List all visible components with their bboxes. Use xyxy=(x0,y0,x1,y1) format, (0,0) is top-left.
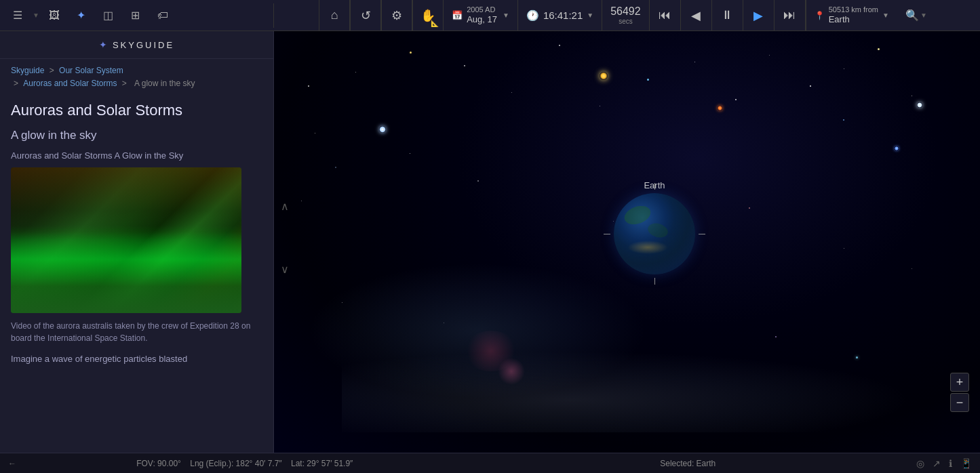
star-s3 xyxy=(301,201,302,201)
earth-city-lights xyxy=(627,241,668,254)
panel-toggle-button[interactable]: ← xyxy=(8,459,16,468)
breadcrumb-sep-2: > xyxy=(14,79,20,88)
star-10 xyxy=(735,99,737,100)
star-3 xyxy=(410,52,412,54)
sparkle-button[interactable]: ✦ xyxy=(69,3,94,28)
location-distance: 50513 km from xyxy=(829,5,878,14)
star-14 xyxy=(878,48,880,50)
star-4 xyxy=(464,65,465,66)
star-s5 xyxy=(477,180,479,182)
refresh-button[interactable]: ↺ xyxy=(350,0,381,31)
article-title: Auroras and Solar Storms xyxy=(11,101,262,121)
skip-forward-icon: ⏭ xyxy=(783,8,796,22)
skip-forward-button[interactable]: ⏭ xyxy=(775,0,806,31)
milky-way xyxy=(342,351,912,432)
zoom-in-button[interactable]: + xyxy=(950,373,969,392)
star-s2 xyxy=(335,167,336,168)
star-7 xyxy=(600,106,600,106)
date-day: Aug, 17 xyxy=(467,14,497,25)
layers-button[interactable]: ◫ xyxy=(96,3,121,28)
star-11 xyxy=(769,55,770,56)
status-icon-bar: ◎ ↗ ℹ 📱 xyxy=(916,458,972,469)
time-dropdown[interactable]: ▼ xyxy=(587,12,593,19)
breadcrumb-skyguide[interactable]: Skyguide xyxy=(11,66,44,75)
breadcrumb-auroras[interactable]: Auroras and Solar Storms xyxy=(23,79,117,88)
settings-icon: ⚙ xyxy=(391,8,402,23)
search-icon: 🔍 xyxy=(905,9,919,22)
secs-label: secs xyxy=(619,18,633,25)
play-button[interactable]: ▶ xyxy=(743,0,775,31)
bookmark-icon: 🏷 xyxy=(157,9,168,22)
star-s14 xyxy=(775,336,777,337)
toolbar-left: ☰ ▼ 🖼 ✦ ◫ ⊞ 🏷 xyxy=(0,3,274,28)
info-status-icon[interactable]: ℹ xyxy=(949,458,952,469)
share-status-icon[interactable]: ↗ xyxy=(933,458,941,469)
skyguide-logo-icon: ✦ xyxy=(99,39,107,50)
breadcrumb-sep-1: > xyxy=(50,66,56,75)
bright-star-right xyxy=(917,102,922,108)
sky-nav-up-button[interactable]: ∧ xyxy=(281,200,289,213)
location-section: 📍 50513 km from Earth ▼ xyxy=(806,0,897,31)
ruler-icon: 📐 xyxy=(431,20,439,27)
star-s11 xyxy=(843,119,844,121)
home-icon: ⌂ xyxy=(331,8,338,22)
earth-wrapper xyxy=(614,193,695,274)
date-year: 2005 AD xyxy=(467,5,497,14)
left-panel: ✦ SKYGUIDE Skyguide > Our Solar System >… xyxy=(0,31,274,453)
bookmark-button[interactable]: 🏷 xyxy=(151,3,175,28)
layers-icon: ◫ xyxy=(103,9,113,22)
menu-button[interactable]: ☰ xyxy=(5,3,30,28)
zoom-out-button[interactable]: − xyxy=(950,393,969,412)
skip-back-button[interactable]: ⏮ xyxy=(650,0,681,31)
sky-nav-down-button[interactable]: ∨ xyxy=(281,263,289,276)
star-8 xyxy=(647,79,649,81)
article-section-title: Auroras and Solar Storms A Glow in the S… xyxy=(11,150,262,161)
date-dropdown[interactable]: ▼ xyxy=(503,12,509,19)
bright-star-yellow xyxy=(600,72,608,80)
crosshair-top xyxy=(654,183,655,190)
star-s9 xyxy=(844,248,844,249)
rewind-button[interactable]: ◀ xyxy=(681,0,712,31)
location-dropdown[interactable]: ▼ xyxy=(882,12,889,19)
lng-value: Lng (Eclip.): 182° 40′ 7.7″ xyxy=(190,459,281,468)
image-button[interactable]: 🖼 xyxy=(42,3,66,28)
settings-button[interactable]: ⚙ xyxy=(381,0,412,31)
zoom-controls: + − xyxy=(950,373,969,412)
star-5 xyxy=(511,92,512,93)
selected-object: Selected: Earth xyxy=(473,459,903,468)
star-12 xyxy=(810,85,811,87)
earth-planet xyxy=(614,193,695,274)
crosshair-status-icon[interactable]: ◎ xyxy=(916,458,924,469)
pause-button[interactable]: ⏸ xyxy=(712,0,743,31)
image-icon: 🖼 xyxy=(49,9,60,22)
bright-star-white xyxy=(379,126,386,133)
refresh-icon: ↺ xyxy=(361,8,371,23)
pause-icon: ⏸ xyxy=(721,8,733,22)
star-1 xyxy=(308,85,309,87)
star-s8 xyxy=(749,207,750,209)
lat-value: Lat: 29° 57′ 51.9″ xyxy=(291,459,353,468)
home-button[interactable]: ⌂ xyxy=(319,0,350,31)
hand-button[interactable]: ✋ 📐 xyxy=(412,0,444,31)
sky-view[interactable]: Earth ∧ ∨ + − xyxy=(274,31,980,453)
star-s1 xyxy=(315,133,315,133)
breadcrumb-current: A glow in the sky xyxy=(134,79,195,88)
search-section[interactable]: 🔍 ▼ xyxy=(897,9,935,22)
secs-section: 56492 secs xyxy=(602,0,650,31)
playback-section: ⏮ ◀ ⏸ ▶ ⏭ xyxy=(650,0,806,31)
breadcrumb-solar-system[interactable]: Our Solar System xyxy=(59,66,123,75)
breadcrumb: Skyguide > Our Solar System > Auroras an… xyxy=(0,59,273,96)
clock-icon: 🕐 xyxy=(526,9,539,22)
star-s12 xyxy=(342,302,342,303)
skip-back-icon: ⏮ xyxy=(659,8,671,22)
star-s13 xyxy=(444,323,444,323)
star-2 xyxy=(355,72,356,73)
skyguide-name: SKYGUIDE xyxy=(113,40,174,50)
location-name: Earth xyxy=(829,14,878,26)
star-s10 xyxy=(912,268,912,269)
crosshair-right xyxy=(699,234,705,234)
grid-button[interactable]: ⊞ xyxy=(123,3,148,28)
crosshair-bottom xyxy=(654,278,655,285)
earth-container: Earth xyxy=(614,180,695,274)
device-status-icon[interactable]: 📱 xyxy=(960,458,972,469)
